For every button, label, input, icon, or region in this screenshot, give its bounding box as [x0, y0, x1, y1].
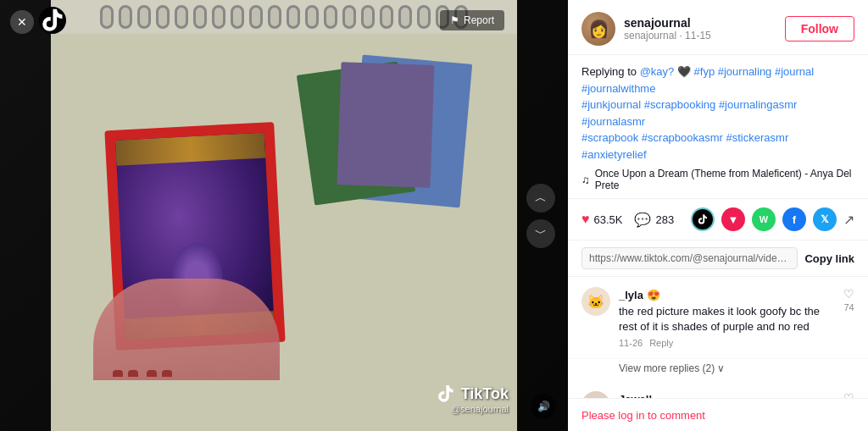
nav-arrows: ︿ ﹀ — [526, 184, 555, 248]
description: Replying to @kay? 🖤 #fyp #journaling #jo… — [568, 55, 868, 199]
like-heart-icon[interactable]: ♡ — [843, 391, 854, 398]
tiktok-brand-text: TikTok — [461, 385, 509, 403]
comment-item: 👩 Jewell could we get a vangoh or Mona L… — [568, 381, 868, 398]
share-twitter[interactable]: 𝕏 — [813, 207, 837, 231]
comment-avatar-lyla: 🐱 — [581, 287, 610, 316]
login-link[interactable]: Please log in to comment — [581, 409, 705, 422]
report-button[interactable]: ⚑ Report — [440, 10, 504, 30]
share-whatsapp[interactable]: W — [752, 207, 776, 231]
comment-body-jewell: Jewell could we get a vangoh or Mona Lis… — [619, 391, 835, 398]
like-heart-icon[interactable]: ♡ — [843, 287, 854, 301]
reply-button[interactable]: Reply — [649, 338, 673, 348]
comment-item: 🐱 _lyla 😍 the red picture makes it look … — [568, 277, 868, 359]
link-bar: https://www.tiktok.com/@senajournal/vide… — [568, 240, 868, 277]
comment-body-lyla: _lyla 😍 the red picture makes it look go… — [619, 287, 835, 348]
comment-like-count: 74 — [843, 302, 854, 312]
video-blur-left — [0, 0, 51, 431]
author-avatar: 👩 — [581, 12, 615, 46]
flag-icon: ⚑ — [450, 14, 459, 26]
report-label: Report — [464, 14, 494, 26]
copy-link-button[interactable]: Copy link — [804, 252, 854, 265]
comment-icon: 💬 — [634, 212, 651, 228]
comments-list: 🐱 _lyla 😍 the red picture makes it look … — [568, 277, 868, 398]
comment-like: ♡ 37 — [843, 391, 854, 398]
like-icon: ♥ — [581, 212, 590, 227]
share-more-icon[interactable]: ↗ — [843, 212, 854, 228]
bg-card-purple — [337, 62, 435, 188]
volume-icon: 🔊 — [537, 401, 550, 412]
author-header: 👩 senajournal senajournal · 11-15 Follow — [568, 0, 868, 55]
comments-count: 283 — [655, 213, 674, 226]
hand — [93, 279, 280, 380]
comments-item: 💬 283 — [634, 212, 674, 228]
nav-down-button[interactable]: ﹀ — [526, 219, 555, 248]
follow-button[interactable]: Follow — [785, 16, 854, 41]
nav-up-button[interactable]: ︿ — [526, 184, 555, 213]
card-stack — [76, 42, 475, 380]
share-icons: ▼ W f 𝕏 ↗ — [691, 207, 854, 231]
video-panel: TikTok @senajournal ✕ ⚑ Report ︿ ﹀ — [0, 0, 568, 431]
music-label: Once Upon a Dream (Theme from Maleficent… — [595, 168, 854, 191]
video-handle: @senajournal — [451, 404, 509, 414]
share-tiktok[interactable] — [691, 207, 715, 231]
author-name: senajournal — [624, 16, 776, 30]
mention-tag: @kay? — [640, 65, 675, 78]
comment-like: ♡ 74 — [843, 287, 854, 348]
link-url: https://www.tiktok.com/@senajournal/vide… — [581, 247, 798, 269]
tiktok-logo-topleft — [39, 7, 66, 37]
volume-button[interactable]: 🔊 — [531, 394, 556, 419]
music-note-icon: ♫ — [581, 174, 590, 186]
comment-date: 11-26 — [619, 338, 643, 348]
likes-count: 63.5K — [594, 213, 623, 226]
close-button[interactable]: ✕ — [10, 10, 34, 34]
login-bar: Please log in to comment — [568, 398, 868, 431]
tiktok-watermark: TikTok @senajournal — [436, 384, 509, 414]
description-text: Replying to @kay? 🖤 #fyp #journaling #jo… — [581, 64, 854, 163]
author-meta: senajournal · 11-15 — [624, 30, 776, 41]
likes-item: ♥ 63.5K — [581, 212, 622, 227]
music-line: ♫ Once Upon a Dream (Theme from Malefice… — [581, 168, 854, 191]
video-main-area: TikTok @senajournal — [51, 0, 517, 431]
share-dislike[interactable]: ▼ — [721, 207, 745, 231]
engagement-bar: ♥ 63.5K 💬 283 ▼ W f 𝕏 ↗ — [568, 199, 868, 240]
comments-panel: 👩 senajournal senajournal · 11-15 Follow… — [568, 0, 868, 431]
view-more-replies-1[interactable]: View more replies (2) ∨ — [568, 359, 738, 381]
comment-actions: 11-26 Reply — [619, 338, 835, 348]
comment-text: the red picture makes it look goofy bc t… — [619, 304, 835, 334]
author-info: senajournal senajournal · 11-15 — [624, 16, 776, 41]
comment-username: _lyla — [619, 289, 643, 301]
comment-avatar-jewell: 👩 — [581, 391, 610, 398]
share-facebook[interactable]: f — [782, 207, 806, 231]
